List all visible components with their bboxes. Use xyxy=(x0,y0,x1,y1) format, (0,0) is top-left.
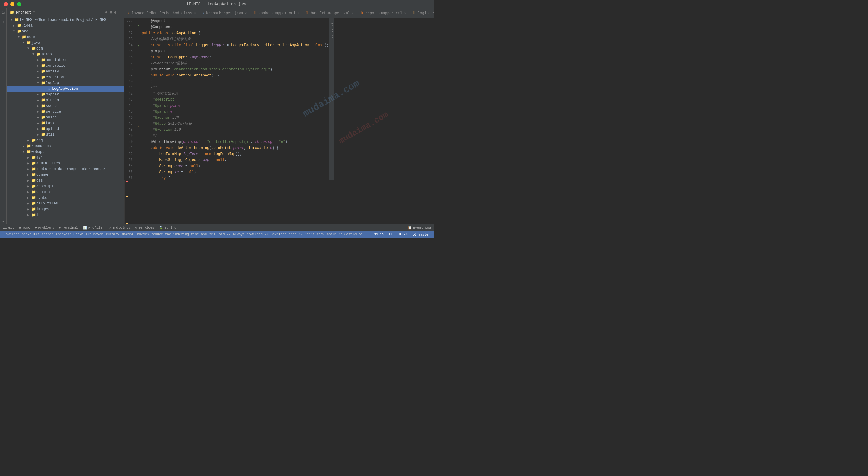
code-content[interactable]: @Aspect @Component public class LogAopAc… xyxy=(142,18,329,180)
tab-close-icon[interactable]: ✕ xyxy=(352,11,354,15)
git-tab[interactable]: ⎇ Git xyxy=(3,226,14,230)
tree-item[interactable]: ▶ 📁 common xyxy=(7,172,124,178)
commit-icon[interactable]: ⬆ xyxy=(1,20,6,25)
favorites-icon[interactable]: ★ xyxy=(1,219,6,224)
code-line: @AfterThrowing(pointcut = "controllerAsp… xyxy=(142,139,329,145)
line-col-indicator[interactable]: 31:15 xyxy=(374,233,384,237)
tree-item[interactable]: ▶ 📁 admin_files xyxy=(7,160,124,166)
tree-item[interactable]: ▼ 📁 main xyxy=(7,34,124,40)
profiler-icon: 📊 xyxy=(83,226,87,230)
tree-item[interactable]: ▶ 📁 mapper xyxy=(7,91,124,97)
gutter-markers: ● ● ↓ xyxy=(135,18,142,180)
endpoints-icon: ⚡ xyxy=(109,226,112,230)
tree-item[interactable]: ▶ 📁 upload xyxy=(7,126,124,132)
tree-item[interactable]: ▶ 📁 404 xyxy=(7,155,124,160)
main-layout: 🗂 ⬆ ≡ ★ 📁 Project ▼ ⊕ ⊟ ⚙ − ▼ 📁 IE-MES ~… xyxy=(0,8,434,224)
title-bar: IE-MES – LogAopAction.java xyxy=(0,0,434,8)
spring-icon: 🍃 xyxy=(159,226,163,230)
tree-item[interactable]: ▶ 📁 annotation xyxy=(7,57,124,63)
tree-item[interactable]: ▶ 📁 ic xyxy=(7,212,124,218)
problems-tab[interactable]: ⚑ Problems xyxy=(35,226,54,230)
tab-kanbanmapper[interactable]: ☕ KanbanMapper.java ✕ xyxy=(199,8,250,18)
jsp-icon: 🗎 xyxy=(412,11,416,16)
tree-item[interactable]: ▶ 📁 .idea xyxy=(7,23,124,28)
maximize-button[interactable] xyxy=(17,2,21,6)
tree-item[interactable]: ▼ 📁 logAop xyxy=(7,80,124,86)
tree-item[interactable]: ▶ 📁 bootstrap-daterangepicker-master xyxy=(7,166,124,172)
chevron-down-icon[interactable]: ▼ xyxy=(33,11,35,14)
tab-close-icon[interactable]: ✕ xyxy=(194,11,196,15)
tree-item[interactable]: ▼ 📁 java xyxy=(7,40,124,46)
tree-item[interactable]: ▼ 📁 src xyxy=(7,28,124,34)
collapse-icon[interactable]: ⊟ xyxy=(110,10,112,15)
tree-item[interactable]: ▶ 📁 controller xyxy=(7,63,124,68)
profiler-tab[interactable]: 📊 Profiler xyxy=(83,226,104,230)
tree-item-service[interactable]: ▶ 📁 service xyxy=(7,109,124,115)
line-ending-indicator[interactable]: LF xyxy=(389,233,393,237)
tab-close-icon[interactable]: ✕ xyxy=(404,11,406,15)
tree-item[interactable]: ▶ 📁 entity xyxy=(7,68,124,74)
tree-item[interactable]: ▶ 📁 fonts xyxy=(7,195,124,201)
structure-icon[interactable]: ≡ xyxy=(1,209,6,214)
tree-item[interactable]: ▶ 📁 exception xyxy=(7,74,124,80)
tree-item[interactable]: ▶ 📁 util xyxy=(7,132,124,138)
project-icon[interactable]: 🗂 xyxy=(1,11,6,16)
root-arrow: ▼ xyxy=(9,18,14,22)
tree-item[interactable]: ▶ 📁 org xyxy=(7,138,124,143)
terminal-tab[interactable]: ▶ Terminal xyxy=(59,226,78,230)
minimize-button[interactable] xyxy=(10,2,14,6)
root-folder-icon: 📁 xyxy=(14,18,19,22)
todo-tab[interactable]: ◉ TODO xyxy=(19,226,30,230)
tree-item-logaopaction[interactable]: ☕ LogAopAction xyxy=(7,86,124,91)
minus-icon[interactable]: − xyxy=(119,10,121,15)
encoding-indicator[interactable]: UTF-8 xyxy=(398,233,408,237)
line-numbers: ... 31 32 33 34 35 36 37 38 39 40 41 42 … xyxy=(124,18,135,180)
services-icon: ⚙ xyxy=(135,226,137,230)
services-tab[interactable]: ⚙ Services xyxy=(135,226,154,230)
tree-item[interactable]: ▶ 📁 plugin xyxy=(7,97,124,103)
code-line: *@date 2015年5月5日 xyxy=(142,121,329,127)
code-line: public void controllerAspect() { xyxy=(142,72,329,79)
tab-baseext[interactable]: 🗎 baseExt-mapper.xml ✕ xyxy=(302,8,357,18)
branch-indicator[interactable]: ⎇ master xyxy=(412,233,430,237)
root-label: IE-MES ~/Downloads/mudaimaProject/IE-MES xyxy=(19,18,124,22)
tree-item[interactable]: ▶ 📁 resources xyxy=(7,143,124,149)
tree-item[interactable]: ▶ 📁 dbscript xyxy=(7,183,124,189)
code-editor[interactable]: ... 31 32 33 34 35 36 37 38 39 40 41 42 … xyxy=(124,18,434,180)
tree-item[interactable]: ▶ 📁 shiro xyxy=(7,115,124,120)
settings-icon[interactable]: ⚙ xyxy=(114,10,117,15)
warn-marker xyxy=(126,183,128,183)
notification-text[interactable]: Download pre-built shared indexes: Pre-b… xyxy=(4,233,369,236)
endpoints-tab[interactable]: ⚡ Endpoints xyxy=(109,226,130,230)
tree-root[interactable]: ▼ 📁 IE-MES ~/Downloads/mudaimaProject/IE… xyxy=(7,17,124,23)
locate-icon[interactable]: ⊕ xyxy=(105,10,107,15)
structure-tab[interactable]: Structure xyxy=(329,18,334,180)
tree-item-help-files[interactable]: ▶ 📁 help.files xyxy=(7,201,124,206)
tab-reportmapper[interactable]: 🗎 report-mapper.xml ✕ xyxy=(357,8,409,18)
code-line: *@param point xyxy=(142,103,329,109)
window-controls[interactable] xyxy=(4,2,21,6)
sidebar-header: 📁 Project ▼ ⊕ ⊟ ⚙ − xyxy=(7,8,124,17)
tree-item[interactable]: ▶ 📁 task xyxy=(7,120,124,126)
folder-icon: 📁 xyxy=(10,10,14,15)
todo-icon: ◉ xyxy=(19,226,21,230)
spring-tab[interactable]: 🍃 Spring xyxy=(159,226,177,230)
tree-item[interactable]: ▶ 📁 score xyxy=(7,103,124,109)
tab-kanbanmapperxml[interactable]: 🗎 kanban-mapper.xml ✕ xyxy=(250,8,302,18)
code-line: //本地异常日志记录对象 xyxy=(142,36,329,42)
tab-close-icon[interactable]: ✕ xyxy=(245,11,247,15)
event-log-tab[interactable]: 📋 Event Log xyxy=(408,226,431,230)
close-button[interactable] xyxy=(4,2,8,6)
tab-loginjsp[interactable]: 🗎 login.jsp ✕ xyxy=(409,8,434,18)
window-title: IE-MES – LogAopAction.java xyxy=(187,2,248,6)
tab-close-icon[interactable]: ✕ xyxy=(297,11,299,15)
tree-item[interactable]: ▶ 📁 echarts xyxy=(7,189,124,195)
tree-item[interactable]: ▼ 📁 com xyxy=(7,46,124,51)
class-file-icon: ☕ xyxy=(127,11,129,16)
tree-item[interactable]: ▼ 📁 iemes xyxy=(7,51,124,57)
tree-item[interactable]: ▼ 📁 webapp xyxy=(7,149,124,155)
tab-invocable[interactable]: ☕ InvocableHandlerMethod.class ✕ xyxy=(124,8,199,18)
java-file-icon: ☕ xyxy=(46,86,52,91)
tree-item[interactable]: ▶ 📁 css xyxy=(7,178,124,183)
tree-item[interactable]: ▶ 📁 images xyxy=(7,206,124,212)
